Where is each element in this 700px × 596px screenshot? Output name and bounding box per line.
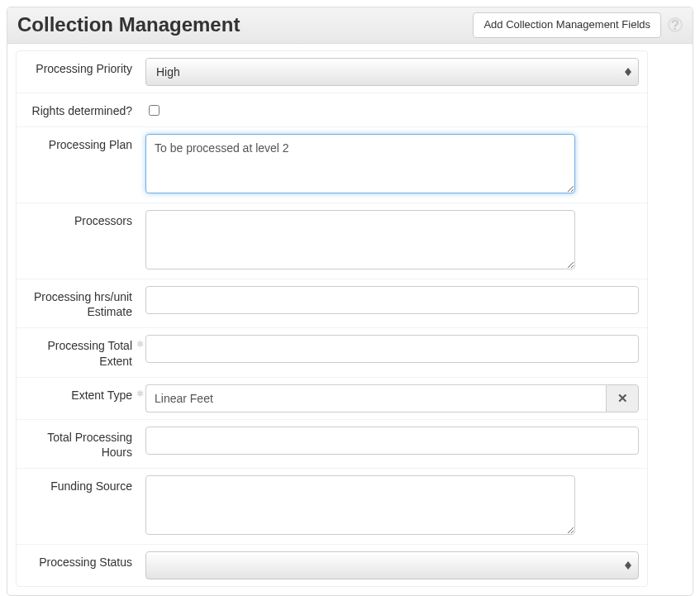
rights-determined-checkbox[interactable] bbox=[149, 105, 160, 116]
processing-plan-textarea[interactable] bbox=[145, 134, 575, 193]
field-funding-source bbox=[140, 469, 647, 544]
field-total-processing-hours bbox=[140, 420, 647, 461]
processing-priority-value: High bbox=[156, 65, 180, 79]
panel-body: Processing Priority High Rights dete bbox=[7, 44, 693, 595]
select-arrows-icon bbox=[625, 68, 631, 76]
panel-header: Collection Management Add Collection Man… bbox=[7, 7, 693, 44]
label-processors: Processors bbox=[17, 203, 140, 236]
field-processing-priority: High bbox=[140, 51, 647, 93]
help-icon[interactable]: ? bbox=[668, 17, 683, 32]
add-collection-management-fields-button[interactable]: Add Collection Management Fields bbox=[473, 12, 661, 38]
field-extent-type: ✕ bbox=[140, 378, 647, 419]
extent-type-input[interactable] bbox=[145, 384, 606, 412]
label-processing-plan: Processing Plan bbox=[17, 127, 140, 160]
row-processing-plan: Processing Plan bbox=[17, 126, 647, 203]
funding-source-textarea[interactable] bbox=[145, 475, 575, 535]
select-arrows-icon bbox=[625, 561, 631, 570]
close-icon: ✕ bbox=[617, 391, 628, 406]
extent-type-combo: ✕ bbox=[145, 384, 639, 412]
field-processing-hrs-unit-estimate bbox=[140, 279, 647, 321]
row-processing-status: Processing Status bbox=[17, 544, 647, 586]
processing-total-extent-input[interactable] bbox=[145, 335, 639, 363]
row-processing-priority: Processing Priority High bbox=[17, 51, 647, 93]
label-processing-total-extent-text: Processing Total Extent bbox=[48, 339, 132, 367]
label-rights-determined: Rights determined? bbox=[17, 93, 140, 126]
svg-marker-1 bbox=[625, 72, 631, 76]
row-extent-type: Extent Type ✱ ✕ bbox=[17, 377, 647, 419]
row-funding-source: Funding Source bbox=[17, 468, 647, 544]
panel-header-actions: Add Collection Management Fields ? bbox=[473, 12, 683, 38]
label-processing-status: Processing Status bbox=[17, 545, 140, 578]
field-rights-determined bbox=[140, 93, 647, 125]
row-processing-hrs-unit-estimate: Processing hrs/unit Estimate bbox=[17, 279, 647, 327]
label-processing-total-extent: Processing Total Extent ✱ bbox=[17, 328, 140, 376]
field-processing-status bbox=[140, 545, 647, 586]
row-processors: Processors bbox=[17, 203, 647, 279]
form-wrapper: Processing Priority High Rights dete bbox=[16, 50, 684, 587]
label-processing-hrs-unit-estimate: Processing hrs/unit Estimate bbox=[17, 279, 140, 327]
row-rights-determined: Rights determined? bbox=[17, 93, 647, 126]
field-processors bbox=[140, 203, 647, 279]
processors-textarea[interactable] bbox=[145, 210, 575, 269]
processing-status-select[interactable] bbox=[145, 551, 639, 579]
field-processing-total-extent bbox=[140, 328, 647, 370]
total-processing-hours-input[interactable] bbox=[145, 427, 639, 455]
label-processing-priority: Processing Priority bbox=[17, 51, 140, 84]
row-total-processing-hours: Total Processing Hours bbox=[17, 419, 647, 468]
gear-icon: ✱ bbox=[136, 389, 144, 398]
processing-hrs-unit-estimate-input[interactable] bbox=[145, 286, 639, 314]
label-extent-type: Extent Type ✱ bbox=[17, 378, 140, 411]
row-processing-total-extent: Processing Total Extent ✱ bbox=[17, 327, 647, 376]
label-funding-source: Funding Source bbox=[17, 469, 140, 502]
collection-management-panel: Collection Management Add Collection Man… bbox=[7, 7, 693, 596]
extent-type-clear-button[interactable]: ✕ bbox=[606, 384, 639, 412]
label-extent-type-text: Extent Type bbox=[71, 389, 132, 402]
gear-icon: ✱ bbox=[136, 340, 144, 348]
field-processing-plan bbox=[140, 127, 647, 203]
processing-priority-select[interactable]: High bbox=[145, 58, 639, 86]
collection-management-form: Processing Priority High Rights dete bbox=[16, 50, 648, 587]
label-total-processing-hours: Total Processing Hours bbox=[17, 420, 140, 468]
svg-marker-3 bbox=[625, 565, 631, 570]
panel-title: Collection Management bbox=[17, 13, 240, 36]
